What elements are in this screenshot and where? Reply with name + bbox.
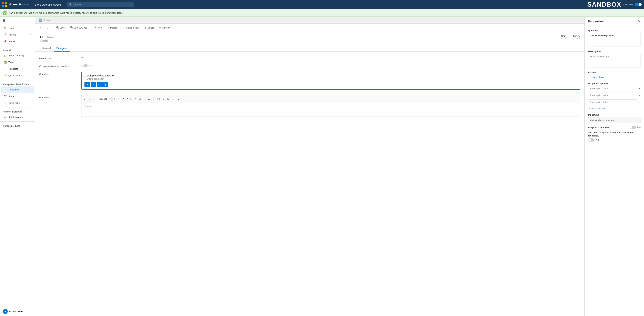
app-title: Store Operations Assist [33,3,62,6]
info-icon: ℹ️ [38,18,42,22]
plans-icon: 📅 [4,95,7,98]
back-button[interactable]: ← [38,25,44,30]
add-photo-button[interactable]: ＋ + Add photo [588,75,604,79]
tab-bar: General Designer [35,45,584,52]
save-button[interactable]: 💾 Save [54,25,67,30]
description-value: --- [81,56,580,59]
option-input-2[interactable] [588,93,637,98]
tab-designer[interactable]: Designer [54,45,70,52]
option-row-1: ✕ [588,86,640,91]
clear-format-btn[interactable]: ⌫ [156,97,161,101]
response-required-toggle-group: No [630,126,640,129]
notification-icon: ✅ [3,11,7,15]
add-option-button[interactable]: ＋ + Add Option [588,106,605,111]
input-type-display: Multiple-choice response [588,117,640,123]
sidebar-item-recent[interactable]: 🕐 Recent ▾ [1,31,34,38]
sidebar-item-retail-insights[interactable]: 📈 Retail insights [1,114,34,120]
font-size-selector[interactable]: 11 [112,97,121,101]
option-remove-2[interactable]: ✕ [638,94,640,97]
sidebar-item-pinned[interactable]: 📌 Pinned ▾ [1,38,34,44]
record-header: TT - Saved Draft Status Survey Type Temp… [35,32,584,45]
undo-dropdown-btn[interactable]: ▾ [88,97,91,101]
underline-btn[interactable]: U [129,97,133,101]
sidebar-item-home[interactable]: 🏠 Home [1,25,34,31]
highlight-btn[interactable]: 🖌 [138,97,142,101]
requests-label: Requests [8,68,18,70]
tab-general[interactable]: General [39,45,54,52]
font-color-dropdown-btn[interactable]: ▾ [152,97,155,101]
indent-decrease-btn[interactable]: ⇤ [171,97,175,101]
new-look-label: New look [624,3,633,6]
status-label: Status [560,37,566,39]
response-required-toggle[interactable] [630,126,636,129]
hamburger-button[interactable]: ☰ [0,17,35,25]
new-look-toggle[interactable] [635,3,642,6]
sidebar-item-requests[interactable]: 📋 Requests [1,66,34,72]
guidelines-text-editor[interactable]: Enter text... [81,103,580,117]
undo-btn[interactable]: ↩ [83,97,87,101]
group-questions-label: Group questions into sections [39,64,81,68]
sidebar-item-quick-plans[interactable]: ⚡ Quick plans [1,100,34,106]
sidebar-item-tasks[interactable]: ✅ Tasks [1,59,34,65]
record-subtitle: Template [39,40,580,42]
option-input-3[interactable] [588,99,637,105]
refresh-button[interactable]: ↻ Refresh [157,25,172,30]
search-box[interactable]: 🔍 [67,2,134,7]
indent-increase-btn[interactable]: ⇥ [176,97,180,101]
more-options-btn[interactable]: ⋯ [180,97,185,101]
description-textarea[interactable] [588,54,640,68]
delete-icon: 🗑 [144,26,147,29]
quick-notes-icon: 📝 [4,74,7,77]
strikethrough-btn[interactable]: S [134,97,138,101]
save-close-button[interactable]: 💾 Save & Close [68,25,89,30]
close-properties-button[interactable]: ✕ [638,19,640,23]
option-input-1[interactable] [588,86,637,91]
edit-question-btn[interactable]: ✎ [91,82,96,87]
publish-button[interactable]: ⬆ Publish [105,25,120,30]
action-center-chevron: ▲ [30,311,32,313]
questions-value: ⋮⋮ Multiple choice question Enter a desc… [81,72,580,91]
delete-question-btn[interactable]: 🗑 [102,82,108,87]
sidebar-item-plans[interactable]: 📅 Plans [1,93,34,99]
new-button[interactable]: ＋ New [92,25,104,30]
highlight-dropdown-btn[interactable]: ▾ [143,97,146,101]
divider-1 [0,46,35,46]
record-title: TT - Saved [39,35,54,39]
numbered-list-btn[interactable]: 1≡ [166,97,170,101]
retail-summary-icon: 📊 [4,54,7,57]
delete-button[interactable]: 🗑 Delete [142,25,156,30]
quick-plans-icon: ⚡ [4,102,7,104]
content-area: ℹ️ Saved. ← ⤢ 💾 Save 💾 Save & Close ＋ Ne… [35,17,584,316]
bullet-list-btn[interactable]: ≡ [162,97,165,101]
expand-button[interactable]: ⤢ [45,25,50,30]
action-center[interactable]: AC Action center ▲ [0,307,35,316]
templates-label: Templates [8,88,19,91]
grid-icon[interactable]: Microsoft SOA Test [2,2,29,7]
bold-btn[interactable]: B [122,97,125,101]
response-required-value: No [637,126,640,129]
make-copy-button[interactable]: 📋 Make a copy [120,25,142,30]
input-type-label: Input type [588,114,640,116]
add-question-btn[interactable]: ＋ [84,82,90,87]
option-remove-1[interactable]: ✕ [638,87,640,90]
question-textarea[interactable]: Multiple choice question [588,33,640,47]
photos-field-label: Photos [588,71,640,74]
option-remove-3[interactable]: ✕ [638,100,640,104]
retail-summary-label: Retail summary [8,54,24,57]
templates-icon: 📄 [4,88,7,91]
photo-upload-toggle[interactable] [588,138,594,142]
group-toggle[interactable] [81,64,88,67]
sidebar-item-templates[interactable]: 📄 Templates [1,86,34,93]
drag-handle-icon[interactable]: ⋮⋮ [82,75,86,77]
sidebar-item-retail-summary[interactable]: 📊 Retail summary [1,52,34,59]
font-family-selector[interactable]: Segoe UI [97,97,112,101]
sidebar-item-quick-notes[interactable]: 📝 Quick notes [1,72,34,79]
questions-row: Questions ⋮⋮ Multiple choice question En… [39,72,580,91]
refresh-icon: ↻ [159,26,161,29]
search-input[interactable] [74,3,132,6]
font-color-btn[interactable]: A [147,97,151,101]
duplicate-question-btn[interactable]: ⧉ [97,82,102,87]
format-btn[interactable]: 🖊 [92,97,96,101]
type-value: Survey [573,35,580,37]
italic-btn[interactable]: I [126,97,128,101]
